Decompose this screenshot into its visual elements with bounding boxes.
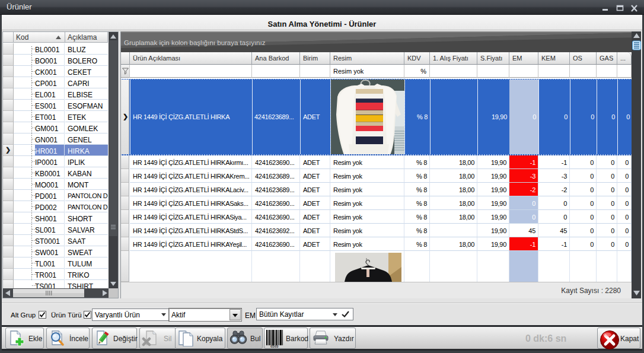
svg-text:6569: 6569	[270, 345, 279, 348]
